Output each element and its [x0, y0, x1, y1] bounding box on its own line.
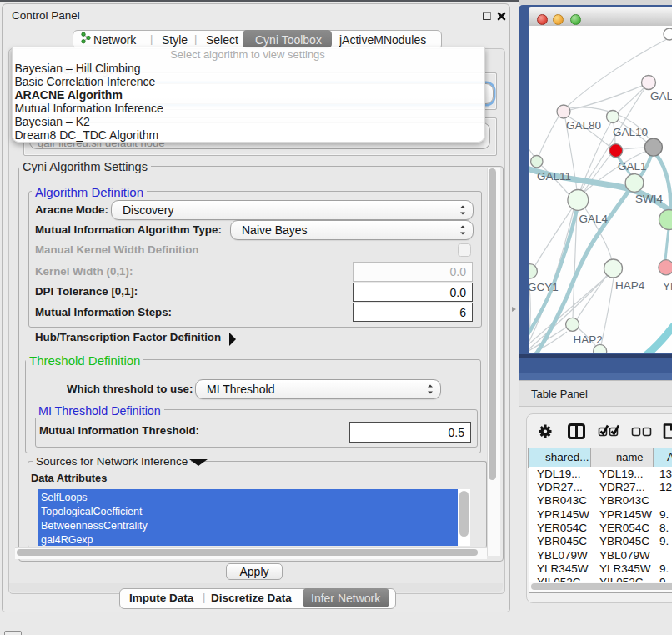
svg-text:GAL10: GAL10	[613, 126, 648, 138]
svg-text:GCY1: GCY1	[529, 281, 559, 293]
svg-text:GAL4: GAL4	[579, 212, 609, 225]
svg-text:HAP4: HAP4	[615, 279, 645, 292]
svg-text:GAL1: GAL1	[618, 160, 647, 172]
svg-text:HAP2: HAP2	[574, 333, 603, 346]
svg-text:SWI4: SWI4	[635, 192, 663, 205]
svg-text:YKR: YKR	[663, 280, 672, 292]
svg-text:GAL11: GAL11	[537, 170, 571, 182]
svg-text:GAL80: GAL80	[566, 119, 601, 132]
svg-text:GAL2: GAL2	[650, 90, 672, 102]
